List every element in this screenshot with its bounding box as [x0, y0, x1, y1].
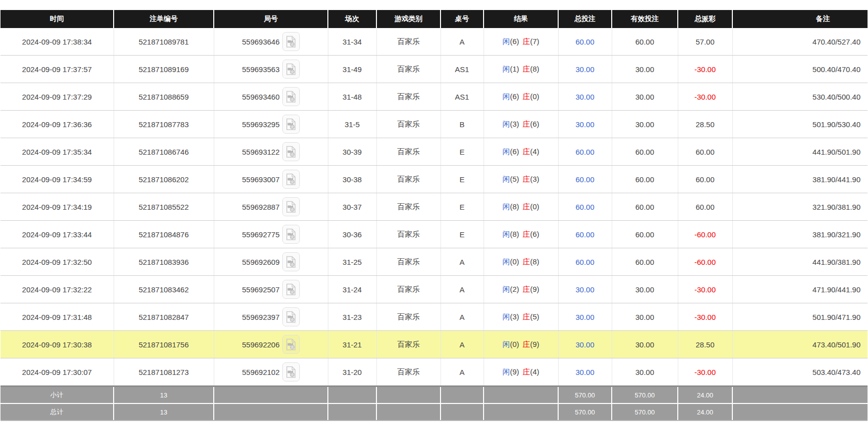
- header-row: 时间 注单编号 局号 场次 游戏类别 桌号 结果 总投注 有效投注 总派彩 备注: [1, 10, 867, 28]
- result-player-label: 闲: [503, 147, 510, 156]
- cell-time: 2024-09-09 17:31:48: [1, 303, 114, 331]
- cell-valid-bet: 60.00: [612, 193, 678, 221]
- video-replay-button[interactable]: [282, 362, 300, 381]
- cell-payout: -30.00: [678, 83, 732, 111]
- header-payout: 总派彩: [678, 10, 732, 28]
- cell-payout: -60.00: [678, 221, 732, 248]
- cell-game-type: 百家乐: [376, 248, 441, 276]
- video-replay-button[interactable]: [282, 60, 300, 79]
- video-file-icon: [285, 366, 296, 378]
- cell-remark: 501.90/530.40: [732, 111, 867, 138]
- cell-table-no: A: [441, 331, 484, 358]
- video-replay-button[interactable]: [282, 307, 300, 326]
- bet-history-table: 时间 注单编号 局号 场次 游戏类别 桌号 结果 总投注 有效投注 总派彩 备注…: [1, 10, 867, 421]
- cell-bet-id: 521871083936: [114, 248, 214, 276]
- cell-table-no: E: [441, 138, 484, 166]
- round-id-text: 559692397: [242, 313, 279, 321]
- video-file-icon: [285, 201, 296, 213]
- cell-round-id: 559692507: [214, 276, 328, 303]
- cell-payout: 60.00: [678, 138, 732, 166]
- cell-valid-bet: 60.00: [612, 166, 678, 193]
- cell-game-type: 百家乐: [376, 28, 441, 56]
- cell-remark: 500.40/470.40: [732, 56, 867, 83]
- result-player-score: (1): [510, 65, 519, 73]
- video-replay-button[interactable]: [282, 197, 300, 216]
- result-banker-score: (6): [530, 120, 539, 128]
- table-row: 2024-09-09 17:37:57 521871089169 5596935…: [1, 56, 867, 83]
- cell-remark: 501.90/471.90: [732, 303, 867, 331]
- result-player-score: (5): [510, 175, 519, 183]
- video-replay-button[interactable]: [282, 280, 300, 299]
- cell-round-id: 559693563: [214, 56, 328, 83]
- cell-game-type: 百家乐: [376, 56, 441, 83]
- video-replay-button[interactable]: [282, 115, 300, 134]
- cell-bet-id: 521871089169: [114, 56, 214, 83]
- cell-payout: 60.00: [678, 193, 732, 221]
- cell-valid-bet: 60.00: [612, 221, 678, 248]
- table-row: 2024-09-09 17:32:50 521871083936 5596926…: [1, 248, 867, 276]
- table-row: 2024-09-09 17:31:48 521871082847 5596923…: [1, 303, 867, 331]
- cell-bet-id: 521871086746: [114, 138, 214, 166]
- cell-session: 31-21: [328, 331, 376, 358]
- result-player-score: (3): [510, 120, 519, 128]
- video-file-icon: [285, 118, 296, 131]
- cell-result: 闲(1)庄(8): [484, 56, 558, 83]
- cell-round-id: 559692775: [214, 221, 328, 248]
- video-replay-button[interactable]: [282, 142, 300, 161]
- cell-session: 31-48: [328, 83, 376, 111]
- table-row: 2024-09-09 17:34:19 521871085522 5596928…: [1, 193, 867, 221]
- video-replay-button[interactable]: [282, 225, 300, 244]
- round-id-text: 559693646: [242, 38, 279, 46]
- cell-time: 2024-09-09 17:33:44: [1, 221, 114, 248]
- header-remark: 备注: [732, 10, 867, 28]
- cell-result: 闲(8)庄(6): [484, 221, 558, 248]
- round-id-text: 559692887: [242, 203, 279, 211]
- header-game-type: 游戏类别: [376, 10, 441, 28]
- video-file-icon: [285, 256, 296, 268]
- header-session: 场次: [328, 10, 376, 28]
- table-row: 2024-09-09 17:38:34 521871089781 5596936…: [1, 28, 867, 56]
- cell-valid-bet: 30.00: [612, 303, 678, 331]
- cell-time: 2024-09-09 17:30:38: [1, 331, 114, 358]
- round-id-text: 559693295: [242, 120, 279, 129]
- cell-total-bet: 30.00: [558, 111, 612, 138]
- cell-game-type: 百家乐: [376, 303, 441, 331]
- round-id-text: 559693007: [242, 175, 279, 184]
- cell-payout: -60.00: [678, 248, 732, 276]
- total-empty-game: [376, 403, 441, 420]
- cell-bet-id: 521871089781: [114, 28, 214, 56]
- result-banker-label: 庄: [523, 37, 530, 46]
- cell-payout: -30.00: [678, 358, 732, 386]
- total-empty-result: [484, 403, 558, 420]
- header-result: 结果: [484, 10, 558, 28]
- cell-valid-bet: 30.00: [612, 111, 678, 138]
- table-row: 2024-09-09 17:33:44 521871084876 5596927…: [1, 221, 867, 248]
- cell-bet-id: 521871085522: [114, 193, 214, 221]
- total-total-bet: 570.00: [558, 403, 612, 420]
- subtotal-valid-bet: 570.00: [612, 386, 678, 404]
- result-banker-label: 庄: [523, 367, 530, 376]
- result-player-score: (6): [510, 37, 519, 46]
- cell-result: 闲(3)庄(6): [484, 111, 558, 138]
- cell-table-no: E: [441, 193, 484, 221]
- result-banker-score: (3): [530, 175, 539, 183]
- cell-session: 31-5: [328, 111, 376, 138]
- video-file-icon: [285, 311, 296, 323]
- cell-total-bet: 60.00: [558, 193, 612, 221]
- cell-round-id: 559693122: [214, 138, 328, 166]
- cell-result: 闲(9)庄(4): [484, 358, 558, 386]
- result-banker-label: 庄: [523, 257, 530, 266]
- cell-table-no: AS1: [441, 83, 484, 111]
- subtotal-empty-game: [376, 386, 441, 404]
- video-file-icon: [285, 63, 296, 76]
- video-replay-button[interactable]: [282, 87, 300, 106]
- cell-session: 31-20: [328, 358, 376, 386]
- video-replay-button[interactable]: [282, 170, 300, 189]
- result-banker-label: 庄: [523, 285, 530, 293]
- video-replay-button[interactable]: [282, 335, 300, 354]
- result-banker-score: (5): [530, 312, 539, 321]
- video-replay-button[interactable]: [282, 252, 300, 271]
- video-replay-button[interactable]: [282, 32, 300, 51]
- video-file-icon: [285, 283, 296, 296]
- result-player-label: 闲: [503, 340, 510, 348]
